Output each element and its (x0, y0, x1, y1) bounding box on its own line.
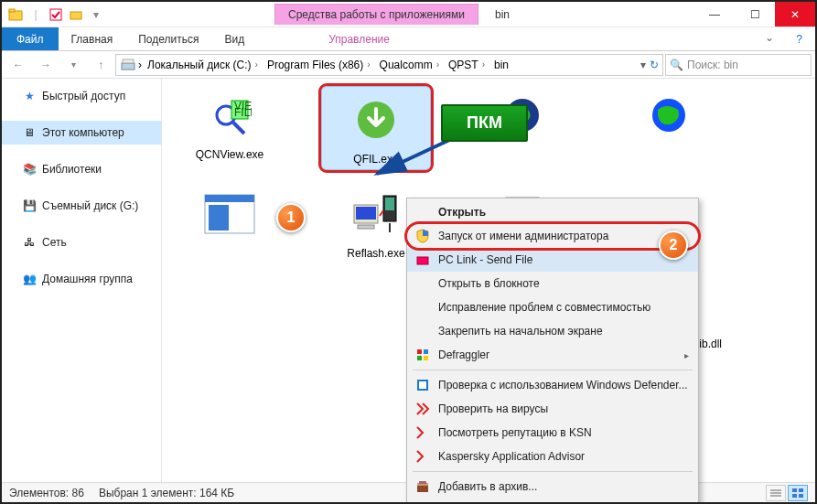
sidebar-item-removable[interactable]: 💾Съемный диск (G:) (2, 194, 161, 218)
ribbon: Файл Главная Поделиться Вид Управление ⌄… (2, 27, 815, 51)
callout-badge-2: 2 (659, 231, 688, 260)
checkbox-icon[interactable] (48, 6, 64, 23)
refresh-icon[interactable]: ↻ (650, 59, 659, 71)
file-item[interactable]: VIEWFILE QCNView.exe (175, 86, 285, 170)
svg-rect-45 (799, 494, 803, 498)
ctx-add-archive-named[interactable]: Добавить в архив "QFIL.rar" (407, 499, 698, 504)
ctx-run-as-admin[interactable]: Запуск от имени администратора (407, 224, 698, 248)
divider-icon: | (27, 6, 44, 23)
svg-rect-49 (417, 356, 422, 360)
file-item[interactable] (175, 185, 285, 260)
defender-icon (414, 377, 431, 393)
kaa-icon (414, 448, 431, 465)
callout-pkm: ПКМ (441, 104, 528, 142)
svg-line-23 (380, 210, 383, 216)
ctx-compat[interactable]: Исправление проблем с совместимостью (407, 295, 698, 319)
folder-icon (7, 6, 24, 23)
search-icon: 🔍 (670, 59, 683, 71)
close-button[interactable]: ✕ (775, 2, 815, 27)
svg-rect-46 (417, 257, 428, 264)
svg-rect-47 (417, 349, 422, 354)
svg-rect-55 (419, 481, 426, 484)
svg-rect-3 (70, 12, 81, 19)
pc-icon: 🖥 (22, 125, 37, 140)
svg-rect-44 (792, 494, 797, 498)
chevron-right-icon[interactable]: › (138, 59, 142, 71)
callout-badge-1: 1 (276, 203, 306, 232)
svg-rect-5 (123, 59, 134, 63)
address-bar[interactable]: › Локальный диск (C:)› Program Files (x8… (115, 54, 663, 76)
drive-icon (120, 57, 136, 73)
navigation-pane: ★Быстрый доступ 🖥Этот компьютер 📚Библиот… (2, 79, 162, 482)
svg-rect-43 (799, 488, 803, 492)
sidebar-item-homegroup[interactable]: 👥Домашняя группа (2, 267, 161, 291)
sidebar-item-libraries[interactable]: 📚Библиотеки (2, 157, 161, 181)
sidebar-item-network[interactable]: 🖧Сеть (2, 231, 161, 254)
file-item[interactable] (614, 86, 724, 170)
breadcrumb-3[interactable]: QPST› (445, 59, 489, 71)
forward-button[interactable]: → (33, 54, 59, 76)
window-controls: — ☐ ✕ (694, 2, 815, 27)
up-button[interactable]: ↑ (88, 54, 113, 76)
ctx-pclink[interactable]: PC Link - Send File (407, 248, 698, 272)
share-tab[interactable]: Поделиться (125, 27, 211, 50)
search-placeholder: Поиск: bin (687, 59, 738, 71)
svg-rect-19 (358, 225, 374, 229)
svg-rect-42 (792, 488, 797, 492)
maximize-button[interactable]: ☐ (735, 2, 775, 27)
kaspersky-icon (414, 401, 431, 417)
ctx-separator (413, 471, 693, 472)
svg-rect-18 (356, 207, 376, 220)
view-toggle (766, 485, 808, 501)
defrag-icon (414, 347, 431, 363)
svg-rect-52 (419, 381, 426, 389)
ctx-add-archive[interactable]: Добавить в архив... (407, 475, 698, 499)
breadcrumb-0[interactable]: Локальный диск (C:)› (144, 59, 262, 71)
network-icon: 🖧 (22, 235, 37, 250)
manage-tab[interactable]: Управление (316, 27, 403, 50)
recent-dropdown-icon[interactable]: ▾ (60, 54, 86, 76)
qat-dropdown-icon[interactable]: ▾ (88, 6, 104, 23)
help-icon[interactable]: ? (783, 27, 815, 50)
svg-rect-21 (385, 198, 394, 210)
folder-small-icon[interactable] (68, 6, 84, 23)
ctx-notepad[interactable]: Открыть в блокноте (407, 272, 698, 295)
search-box[interactable]: 🔍 Поиск: bin (665, 54, 812, 76)
ctx-defraggler[interactable]: Defraggler▸ (407, 343, 698, 367)
svg-rect-48 (424, 349, 428, 354)
breadcrumb-1[interactable]: Program Files (x86)› (263, 59, 374, 71)
shield-icon (414, 228, 431, 244)
libraries-icon: 📚 (22, 162, 37, 177)
ctx-defender[interactable]: Проверка с использованием Windows Defend… (407, 373, 698, 397)
icons-view-button[interactable] (788, 485, 808, 501)
svg-text:FILE: FILE (234, 106, 252, 119)
address-dropdown-icon[interactable]: ▾ (640, 59, 646, 71)
file-tab[interactable]: Файл (2, 27, 59, 50)
title-bar: | ▾ Средства работы с приложениями bin —… (2, 2, 815, 27)
sidebar-item-quick[interactable]: ★Быстрый доступ (2, 84, 161, 108)
view-tab[interactable]: Вид (211, 27, 257, 50)
ctx-kaa[interactable]: Kaspersky Application Advisor (407, 445, 698, 468)
sidebar-item-thispc[interactable]: 🖥Этот компьютер (2, 121, 161, 145)
ctx-ksn[interactable]: Посмотреть репутацию в KSN (407, 421, 698, 445)
usb-icon: 💾 (22, 198, 37, 213)
details-view-button[interactable] (766, 485, 786, 501)
ctx-open[interactable]: Открыть (407, 200, 698, 224)
svg-rect-4 (122, 63, 134, 70)
ctx-separator (413, 370, 693, 370)
ribbon-expand-icon[interactable]: ⌄ (756, 27, 783, 50)
back-button[interactable]: ← (5, 54, 31, 76)
breadcrumb-4[interactable]: bin (490, 59, 512, 71)
ctx-kav-scan[interactable]: Проверить на вирусы (407, 397, 698, 421)
breadcrumb-2[interactable]: Qualcomm› (376, 59, 443, 71)
minimize-button[interactable]: — (694, 2, 735, 27)
home-tab[interactable]: Главная (59, 27, 126, 50)
file-label: QCNView.exe (196, 148, 263, 161)
file-label: Reflash.exe (347, 247, 404, 260)
ctx-pin-start[interactable]: Закрепить на начальном экране (407, 319, 698, 343)
contextual-tab-group: Средства работы с приложениями (110, 2, 478, 27)
window-title: bin (478, 8, 526, 21)
reflash-icon (347, 185, 405, 243)
address-row: ← → ▾ ↑ › Локальный диск (C:)› Program F… (2, 51, 815, 79)
svg-rect-2 (50, 9, 61, 20)
